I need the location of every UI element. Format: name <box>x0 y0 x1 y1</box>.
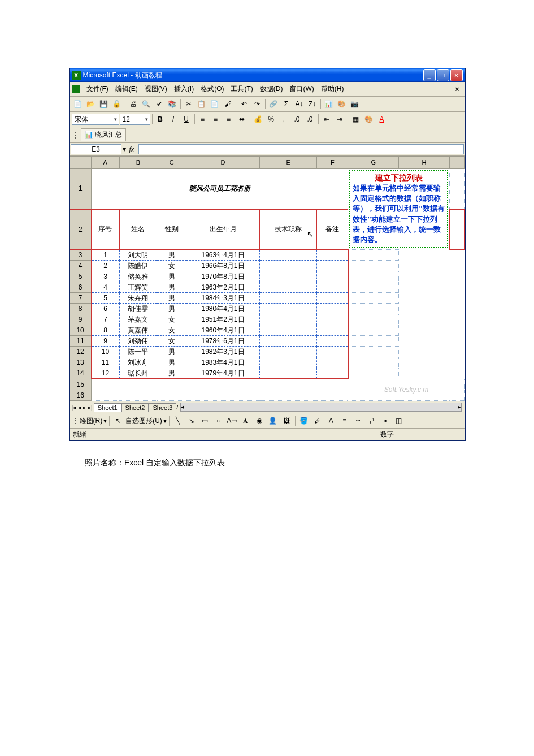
cell[interactable] <box>260 304 317 314</box>
cell[interactable] <box>260 336 317 347</box>
cell[interactable] <box>260 368 317 379</box>
cell[interactable]: 7 <box>92 314 119 325</box>
row-header[interactable]: 5 <box>70 271 92 282</box>
menu-format[interactable]: 格式(O) <box>197 83 227 95</box>
cell[interactable] <box>317 271 348 282</box>
redo-icon[interactable]: ↷ <box>251 98 263 110</box>
name-box[interactable]: E3 <box>71 144 121 154</box>
cell[interactable]: 1963年2月1日 <box>186 282 260 293</box>
font-color-icon[interactable]: A <box>325 414 337 427</box>
cell[interactable]: 备注 <box>317 209 348 250</box>
cell[interactable]: 1960年4月1日 <box>186 325 260 336</box>
cell[interactable]: 9 <box>92 336 119 347</box>
menu-help[interactable]: 帮助(H) <box>318 83 348 95</box>
cell[interactable]: 刘冰舟 <box>119 357 157 368</box>
cell[interactable]: 黄嘉伟 <box>119 325 157 336</box>
bold-button[interactable]: B <box>154 113 167 126</box>
cell[interactable] <box>317 261 348 271</box>
col-header[interactable]: F <box>317 157 348 169</box>
close-button[interactable]: × <box>450 69 463 81</box>
line-icon[interactable]: ╲ <box>172 414 184 427</box>
cell[interactable]: 胡佳雯 <box>119 304 157 314</box>
currency-icon[interactable]: 💰 <box>252 113 264 126</box>
cell[interactable] <box>260 325 317 336</box>
indent-left-icon[interactable]: ⇤ <box>320 113 333 126</box>
menu-window[interactable]: 窗口(W) <box>286 83 317 95</box>
titlebar[interactable]: X Microsoft Excel - 动画教程 _ □ × <box>70 68 465 82</box>
dash-style-icon[interactable]: ┅ <box>352 414 364 427</box>
cell[interactable] <box>92 390 348 401</box>
cell[interactable]: 1980年4月1日 <box>186 304 260 314</box>
cell[interactable]: 1979年4月1日 <box>186 368 260 379</box>
cell[interactable]: 5 <box>92 293 119 304</box>
indent-right-icon[interactable]: ⇥ <box>333 113 346 126</box>
row-header[interactable]: 10 <box>70 325 92 336</box>
merge-icon[interactable]: ⬌ <box>236 113 248 126</box>
cell[interactable] <box>317 293 348 304</box>
textbox-icon[interactable]: A▭ <box>226 414 238 427</box>
research-icon[interactable]: 📚 <box>166 98 179 110</box>
cell[interactable]: 男 <box>157 304 186 314</box>
underline-button[interactable]: U <box>180 113 193 126</box>
row-header[interactable]: 3 <box>70 250 92 261</box>
tab-nav-prev-icon[interactable]: ◂ <box>77 404 82 411</box>
font-color-icon[interactable]: A <box>376 113 388 126</box>
cell[interactable]: 出生年月 <box>186 209 260 250</box>
cell[interactable]: 1963年4月1日 <box>186 250 260 261</box>
cell[interactable]: 11 <box>92 357 119 368</box>
row-header[interactable]: 8 <box>70 304 92 314</box>
help-search[interactable] <box>445 88 451 90</box>
tab-nav-first-icon[interactable]: |◂ <box>71 404 77 411</box>
cell[interactable]: 女 <box>157 325 186 336</box>
cell[interactable]: 6 <box>92 304 119 314</box>
sheet-tab[interactable]: Sheet2 <box>121 403 149 412</box>
row-header[interactable]: 6 <box>70 282 92 293</box>
cell[interactable] <box>260 357 317 368</box>
format-painter-icon[interactable]: 🖌 <box>222 98 234 110</box>
cell[interactable]: 1978年6月1日 <box>186 336 260 347</box>
cell[interactable]: 1966年8月1日 <box>186 261 260 271</box>
cell[interactable]: 8 <box>92 325 119 336</box>
menu-file[interactable]: 文件(F) <box>83 83 112 95</box>
oval-icon[interactable]: ○ <box>212 414 225 427</box>
cell[interactable]: 储奂雅 <box>119 271 157 282</box>
col-header[interactable]: G <box>348 157 399 169</box>
cell[interactable] <box>317 282 348 293</box>
cell[interactable]: 男 <box>157 347 186 357</box>
tab-nav-next-icon[interactable]: ▸ <box>82 404 87 411</box>
cell[interactable]: 12 <box>92 368 119 379</box>
col-header[interactable]: H <box>399 157 450 169</box>
cell[interactable]: 1970年8月1日 <box>186 271 260 282</box>
cell[interactable] <box>317 250 348 261</box>
cell[interactable]: 2 <box>92 261 119 271</box>
wordart-icon[interactable]: 𝐀 <box>240 414 252 427</box>
line-style-icon[interactable]: ≡ <box>338 414 351 427</box>
cell[interactable] <box>260 250 317 261</box>
cell[interactable]: 陈皓伊 <box>119 261 157 271</box>
row-header[interactable]: 15 <box>70 379 92 390</box>
autoshapes-menu[interactable]: 自选图形(U) <box>125 416 162 426</box>
cell[interactable] <box>317 336 348 347</box>
cell[interactable]: 4 <box>92 282 119 293</box>
sheet-tab[interactable]: Sheet3 <box>149 403 176 412</box>
doc-icon[interactable] <box>72 85 80 93</box>
fx-label[interactable]: fx <box>126 145 138 154</box>
cell[interactable]: 朱卉翔 <box>119 293 157 304</box>
align-left-icon[interactable]: ≡ <box>197 113 209 126</box>
row-header[interactable]: 16 <box>70 390 92 401</box>
font-size-select[interactable]: 12 <box>120 114 150 125</box>
cell[interactable]: 女 <box>157 261 186 271</box>
row-header[interactable]: 9 <box>70 314 92 325</box>
row-header[interactable]: 11 <box>70 336 92 347</box>
doc-close-button[interactable]: × <box>451 85 462 93</box>
cell[interactable]: 男 <box>157 282 186 293</box>
draw-menu[interactable]: 绘图(R) <box>80 416 103 426</box>
sort-desc-icon[interactable]: Z↓ <box>306 98 319 110</box>
arrow-style-icon[interactable]: ⇄ <box>366 414 378 427</box>
menu-data[interactable]: 数据(D) <box>257 83 286 95</box>
cell[interactable]: 男 <box>157 357 186 368</box>
row-header[interactable]: 1 <box>70 169 92 209</box>
cell[interactable]: 1 <box>92 250 119 261</box>
row-header[interactable]: 14 <box>70 368 92 379</box>
cell[interactable]: 女 <box>157 314 186 325</box>
